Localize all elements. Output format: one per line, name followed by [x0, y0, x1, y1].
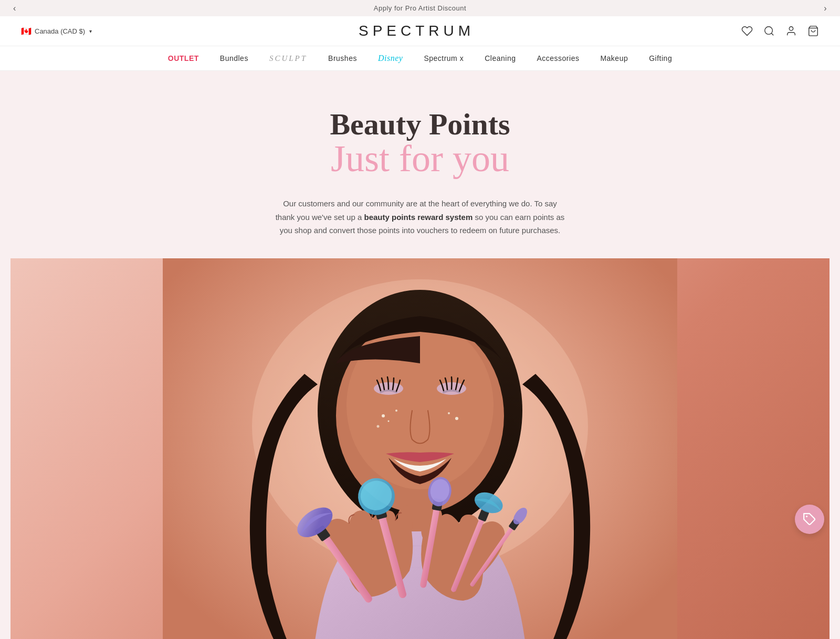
prev-announcement-button[interactable]: ‹	[5, 4, 24, 13]
account-button[interactable]	[785, 25, 797, 37]
nav-item-cleaning[interactable]: Cleaning	[485, 54, 516, 62]
svg-point-1	[789, 27, 793, 30]
nav-item-disney[interactable]: Disney	[378, 54, 403, 63]
svg-point-11	[395, 410, 397, 412]
header-icons	[741, 25, 819, 37]
nav-item-makeup[interactable]: Makeup	[600, 54, 628, 62]
region-selector[interactable]: 🇨🇦 Canada (CAD $) ▾	[21, 26, 92, 36]
hero-section: Beauty Points Just for you Our customers…	[0, 71, 840, 639]
nav-item-accessories[interactable]: Accessories	[537, 54, 579, 62]
svg-point-10	[382, 414, 385, 417]
cart-button[interactable]	[807, 25, 819, 37]
next-announcement-button[interactable]: ›	[816, 4, 835, 13]
main-nav: OUTLET Bundles SCULPT Brushes Disney Spe…	[0, 46, 840, 71]
floating-badge-button[interactable]	[795, 505, 824, 534]
region-label: Canada (CAD $)	[35, 27, 85, 35]
hero-description: Our customers and our community are at t…	[273, 197, 567, 237]
svg-point-0	[765, 27, 773, 35]
hero-description-bold: beauty points reward system	[364, 213, 472, 222]
nav-item-gifting[interactable]: Gifting	[649, 54, 672, 62]
hero-image-bg	[10, 258, 830, 639]
flag-icon: 🇨🇦	[21, 26, 32, 36]
hero-image	[10, 258, 830, 639]
region-chevron-icon: ▾	[89, 28, 92, 34]
nav-item-spectrum-x[interactable]: Spectrum x	[424, 54, 464, 62]
svg-point-12	[377, 425, 380, 427]
search-button[interactable]	[763, 25, 775, 37]
hero-illustration	[163, 258, 677, 639]
nav-item-outlet[interactable]: OUTLET	[168, 54, 199, 62]
wishlist-button[interactable]	[741, 25, 753, 37]
nav-item-sculpt[interactable]: SCULPT	[269, 54, 307, 63]
announcement-bar: ‹ Apply for Pro Artist Discount ›	[0, 0, 840, 16]
tag-icon	[803, 512, 816, 526]
svg-point-13	[388, 420, 390, 422]
hero-title-cursive: Just for you	[10, 136, 830, 181]
nav-item-bundles[interactable]: Bundles	[220, 54, 248, 62]
site-header: 🇨🇦 Canada (CAD $) ▾ SPECTRUM	[0, 16, 840, 46]
site-logo[interactable]: SPECTRUM	[359, 23, 475, 39]
announcement-text: Apply for Pro Artist Discount	[374, 4, 466, 12]
svg-point-15	[448, 412, 450, 414]
svg-point-14	[455, 417, 458, 420]
nav-item-brushes[interactable]: Brushes	[328, 54, 357, 62]
